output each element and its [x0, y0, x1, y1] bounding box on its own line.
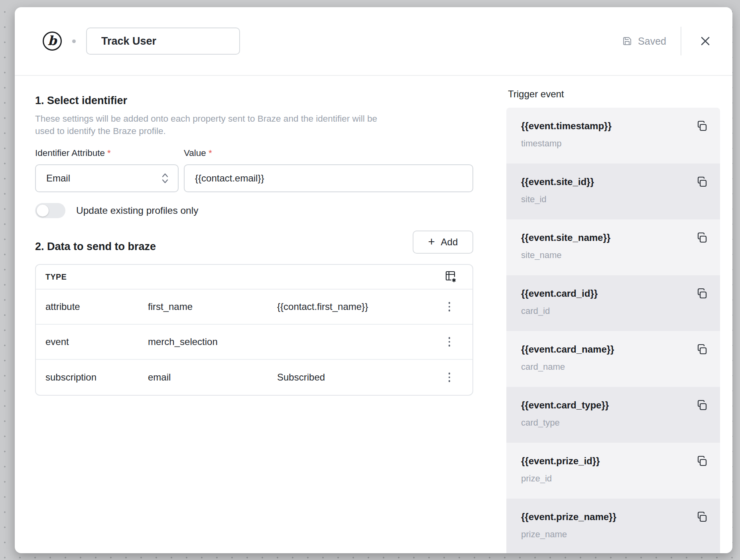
- value-input[interactable]: [184, 164, 473, 192]
- header-divider: [681, 27, 681, 55]
- table-row: subscription email Subscribed: [36, 360, 472, 395]
- trigger-event-heading: Trigger event: [508, 89, 564, 100]
- plus-icon: +: [428, 236, 435, 248]
- row-name: email: [148, 372, 171, 383]
- status-dot: [72, 39, 76, 43]
- copy-button[interactable]: [696, 511, 709, 524]
- row-name: merch_selection: [148, 336, 218, 347]
- section1-description: These settings will be added onto each p…: [35, 112, 398, 137]
- track-user-modal: b Saved 1. Select identifi: [15, 7, 732, 553]
- row-menu-button[interactable]: [443, 298, 456, 315]
- row-type: attribute: [45, 301, 80, 312]
- trigger-field-name: prize_name: [521, 529, 720, 540]
- copy-button[interactable]: [696, 120, 709, 133]
- trigger-field-name: card_name: [521, 362, 720, 372]
- trigger-event-item: {{event.site_id}} site_id: [506, 164, 720, 219]
- trigger-event-item: {{event.prize_id}} prize_id: [506, 443, 720, 499]
- required-asterisk: *: [107, 148, 111, 158]
- copy-button[interactable]: [696, 288, 709, 300]
- trigger-event-item: {{event.card_name}} card_name: [506, 331, 720, 387]
- action-title-input[interactable]: [86, 28, 240, 55]
- row-menu-button[interactable]: [443, 333, 456, 351]
- add-button-label: Add: [441, 237, 458, 248]
- section1-heading: 1. Select identifier: [35, 95, 488, 107]
- chevron-up-down-icon: [161, 172, 169, 184]
- copy-icon: [696, 343, 709, 356]
- trigger-event-item: {{event.card_type}} card_type: [506, 387, 720, 443]
- trigger-field-name: card_type: [521, 418, 720, 428]
- table-settings-icon: [445, 270, 457, 284]
- copy-button[interactable]: [696, 399, 709, 412]
- copy-icon: [696, 120, 709, 133]
- trigger-token: {{event.card_id}}: [521, 288, 720, 299]
- toggle-label: Update existing profiles only: [76, 205, 198, 216]
- row-type: event: [45, 336, 69, 347]
- trigger-token: {{event.card_type}}: [521, 400, 720, 411]
- row-value: Subscribed: [277, 372, 325, 383]
- copy-icon: [696, 176, 709, 189]
- settings-column: 1. Select identifier These settings will…: [35, 76, 488, 396]
- table-settings-button[interactable]: [445, 270, 457, 284]
- copy-icon: [696, 232, 709, 245]
- trigger-token: {{event.site_name}}: [521, 232, 720, 243]
- toggle-knob: [37, 205, 49, 217]
- row-name: first_name: [148, 301, 193, 312]
- braze-logo-icon: b: [43, 32, 62, 51]
- trigger-event-item: {{event.prize_name}} prize_name: [506, 499, 720, 553]
- copy-button[interactable]: [696, 232, 709, 245]
- add-button[interactable]: + Add: [413, 231, 473, 254]
- close-icon: [699, 35, 712, 47]
- update-existing-profiles-toggle[interactable]: [35, 203, 65, 218]
- section2-heading: 2. Data to send to braze: [35, 241, 156, 253]
- trigger-token: {{event.card_name}}: [521, 344, 720, 355]
- braze-logo-letter: b: [48, 34, 57, 47]
- trigger-event-item: {{event.timestamp}} timestamp: [506, 108, 720, 164]
- trigger-token: {{event.timestamp}}: [521, 120, 720, 132]
- copy-button[interactable]: [696, 343, 709, 356]
- copy-icon: [696, 511, 709, 524]
- table-row: attribute first_name {{contact.first_nam…: [36, 290, 472, 325]
- row-value: {{contact.first_name}}: [277, 301, 368, 312]
- identifier-attribute-select[interactable]: Email: [35, 164, 179, 192]
- close-button[interactable]: [696, 32, 715, 51]
- copy-icon: [696, 288, 709, 300]
- table-header-row: TYPE: [36, 265, 472, 290]
- table-row: event merch_selection: [36, 325, 472, 360]
- required-asterisk: *: [209, 148, 212, 158]
- trigger-field-name: site_id: [521, 194, 720, 205]
- trigger-field-name: timestamp: [521, 138, 720, 149]
- trigger-event-panel: {{event.timestamp}} timestamp {{event.si…: [506, 108, 720, 553]
- trigger-token: {{event.site_id}}: [521, 176, 720, 187]
- trigger-token: {{event.prize_id}}: [521, 455, 720, 467]
- type-column-header: TYPE: [45, 272, 445, 282]
- save-icon: [622, 36, 632, 46]
- trigger-event-item: {{event.card_id}} card_id: [506, 275, 720, 331]
- trigger-token: {{event.prize_name}}: [521, 511, 720, 523]
- row-menu-button[interactable]: [443, 369, 456, 386]
- identifier-attribute-label: Identifier Attribute*: [35, 148, 111, 158]
- trigger-event-item: {{event.site_name}} site_name: [506, 219, 720, 275]
- data-to-send-table: TYPE attribute: [35, 264, 473, 396]
- copy-button[interactable]: [696, 455, 709, 468]
- save-status: Saved: [622, 35, 666, 47]
- copy-button[interactable]: [696, 176, 709, 189]
- trigger-field-name: card_id: [521, 306, 720, 316]
- copy-icon: [696, 399, 709, 412]
- trigger-field-name: site_name: [521, 250, 720, 260]
- copy-icon: [696, 455, 709, 468]
- row-type: subscription: [45, 372, 96, 383]
- trigger-field-name: prize_id: [521, 473, 720, 484]
- value-label: Value*: [184, 148, 212, 158]
- save-status-label: Saved: [638, 35, 666, 47]
- identifier-attribute-selected: Email: [46, 173, 161, 184]
- modal-header: b Saved: [15, 7, 732, 76]
